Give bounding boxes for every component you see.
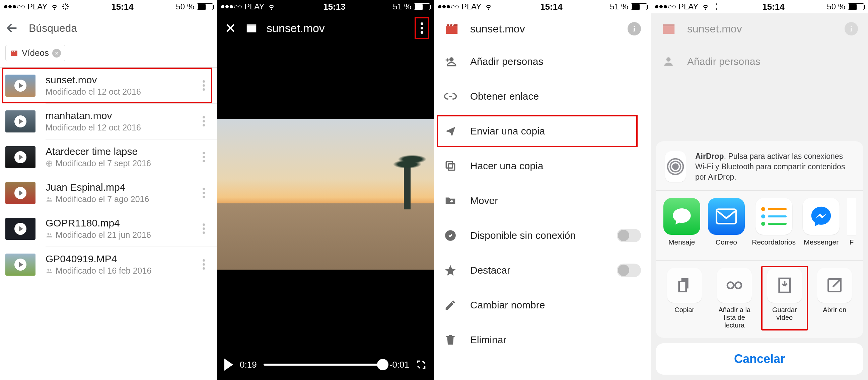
vdots-icon [203,188,205,198]
item-menu[interactable] [195,223,212,234]
switch[interactable] [617,264,641,277]
file-sub: Modificado el 7 ago 2016 [45,194,195,204]
svg-rect-31 [717,209,736,224]
file-title: manhatan.mov [45,110,195,122]
app-reminders[interactable]: Recordatorios [752,198,795,253]
filter-chip[interactable]: Vídeos [5,45,65,61]
info-icon[interactable]: i [627,22,641,35]
panel-share-sheet: PLAY 15:14 50 % sunset.mov i Añadir pers… [651,0,868,380]
list-item[interactable]: manhatan.mov Modificado el 12 oct 2016 [0,103,217,139]
sys-reading-list[interactable]: Añadir a la lista de lectura [713,268,756,329]
app-row[interactable]: Mensaje Correo Recordatorios Mess [656,190,863,260]
action-delete[interactable]: Eliminar [434,322,651,357]
svg-point-15 [50,234,51,235]
messages-icon [663,198,700,235]
thumbnail [5,218,35,240]
svg-line-3 [66,8,67,9]
sys-copy[interactable]: Copiar [663,268,706,329]
save-icon [767,268,802,303]
file-title: sunset.mov [687,23,742,35]
trash-icon [444,334,457,346]
app-messages[interactable]: Mensaje [663,198,700,253]
share-sheet: AirDrop. Pulsa para activar las conexion… [656,141,863,375]
list-item[interactable]: GOPR1180.mp4 Modificado el 21 jun 2016 [0,211,217,246]
list-item[interactable]: GP040919.MP4 Modificado el 16 feb 2016 [0,246,217,282]
svg-rect-23 [446,162,453,168]
overflow-menu[interactable] [417,20,427,36]
switch[interactable] [617,229,641,242]
svg-line-7 [66,4,67,5]
action-send-copy[interactable]: Enviar una copia [434,114,651,148]
sys-label: Copiar [675,306,694,321]
fullscreen-icon[interactable] [416,359,427,370]
action-get-link[interactable]: Obtener enlace [434,79,651,114]
svg-line-6 [63,8,64,9]
svg-point-12 [48,197,50,199]
item-menu[interactable] [195,188,212,198]
action-make-copy[interactable]: Hacer una copia [434,148,651,183]
app-label: Recordatorios [752,238,796,253]
wifi-icon [267,3,276,10]
vdots-icon [203,152,205,162]
action-add-people[interactable]: Añadir personas [434,44,651,79]
file-title: GOPR1180.mp4 [45,217,195,229]
video-frame[interactable] [217,119,434,270]
airdrop-row[interactable]: AirDrop. Pulsa para activar las conexion… [656,141,863,190]
item-menu[interactable] [195,116,212,127]
sys-label: Abrir en [823,306,846,321]
item-menu[interactable] [195,259,212,270]
close-icon[interactable] [224,22,237,34]
app-label: Messenger [804,238,839,253]
list-item[interactable]: Atardecer time lapse Modificado el 7 sep… [0,139,217,175]
list-item[interactable]: sunset.mov Modificado el 12 oct 2016 [0,68,217,103]
sys-save-video[interactable]: Guardar vídeo [763,268,806,329]
page-title: Búsqueda [29,22,77,34]
reminders-icon [755,198,792,235]
panel-search: PLAY 15:14 50 % Búsqueda Vídeos sunset.m… [0,0,217,380]
action-label: Cambiar nombre [470,299,545,311]
clapper-icon [661,21,677,36]
item-menu[interactable] [195,152,212,162]
action-label: Mover [470,195,498,206]
back-icon[interactable] [5,22,19,35]
player-controls: 0:19 -0:01 [217,349,434,380]
scrubber[interactable] [264,364,383,366]
action-offline[interactable]: Disponible sin conexión [434,218,651,253]
system-action-row[interactable]: Copiar Añadir a la lista de lectura Guar… [656,260,863,338]
file-sub: Modificado el 21 jun 2016 [45,230,195,240]
player-header: sunset.mov [217,13,434,43]
app-more[interactable]: F [847,198,856,253]
action-rename[interactable]: Cambiar nombre [434,288,651,322]
globe-icon [45,160,53,167]
detail-header: sunset.mov i [651,13,868,44]
airdrop-icon [665,151,686,182]
panel-details: PLAY 15:14 51 % sunset.mov i Añadir pers… [434,0,651,380]
file-title: GP040919.MP4 [45,253,195,265]
sys-open-in[interactable]: Abrir en [813,268,856,329]
star-icon [444,264,457,277]
app-mail[interactable]: Correo [708,198,745,253]
action-star[interactable]: Destacar [434,253,651,288]
vdots-icon [203,116,205,127]
mail-icon [708,198,745,235]
file-title: sunset.mov [267,22,325,35]
people-icon [45,196,53,203]
wifi-icon [701,3,710,10]
action-move[interactable]: Mover [434,183,651,218]
app-messenger[interactable]: Messenger [803,198,840,253]
carrier-label: PLAY [27,2,48,11]
item-menu[interactable] [195,80,212,91]
folder-move-icon [444,194,457,207]
person-add-icon [661,55,674,68]
vdots-icon [203,259,205,270]
cancel-button[interactable]: Cancelar [656,343,863,375]
play-icon[interactable] [224,358,233,371]
chip-clear-icon[interactable] [52,49,61,58]
file-list: sunset.mov Modificado el 12 oct 2016 man… [0,68,217,282]
clock: 15:14 [540,2,563,12]
sys-label: Añadir a la lista de lectura [713,306,756,329]
file-sub: Modificado el 12 oct 2016 [45,87,195,97]
file-sub: Modificado el 7 sept 2016 [45,159,195,168]
list-item[interactable]: Juan Espinal.mp4 Modificado el 7 ago 201… [0,175,217,211]
carrier-label: PLAY [461,2,482,11]
